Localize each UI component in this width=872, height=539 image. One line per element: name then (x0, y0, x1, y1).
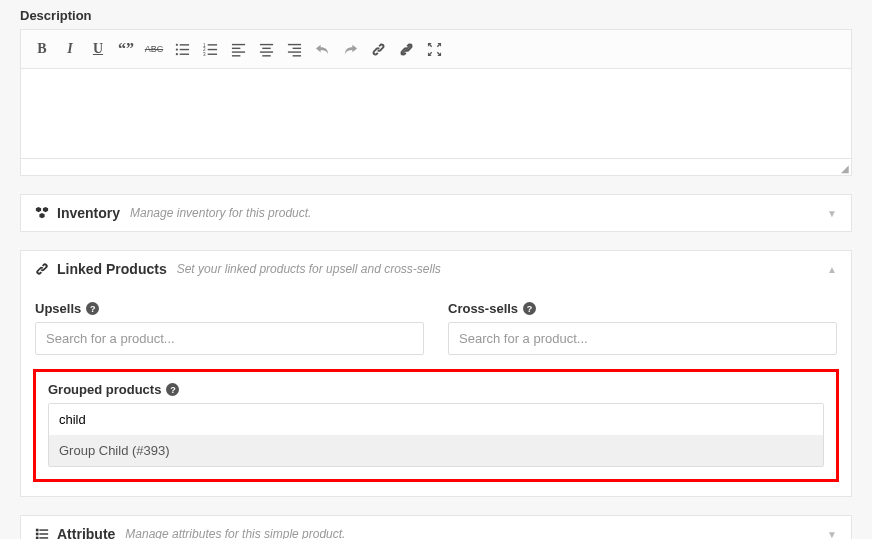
ordered-list-button[interactable]: 123 (197, 36, 223, 62)
bold-button[interactable]: B (29, 36, 55, 62)
editor-toolbar: B I U “” ABC 123 (21, 30, 851, 69)
svg-rect-15 (231, 55, 239, 56)
help-icon[interactable]: ? (86, 302, 99, 315)
grouped-products-input[interactable] (49, 404, 823, 435)
chevron-down-icon: ▼ (827, 529, 837, 540)
svg-rect-20 (287, 43, 300, 44)
fullscreen-button[interactable] (421, 36, 447, 62)
svg-rect-18 (259, 51, 272, 52)
svg-rect-27 (36, 533, 39, 536)
attribute-panel: Attribute Manage attributes for this sim… (20, 515, 852, 539)
svg-rect-5 (179, 53, 188, 54)
editor-footer: ◢ (21, 159, 851, 175)
svg-rect-26 (39, 529, 48, 530)
undo-button[interactable] (309, 36, 335, 62)
italic-button[interactable]: I (57, 36, 83, 62)
crosssells-label: Cross-sells ? (448, 301, 837, 316)
svg-rect-23 (292, 55, 300, 56)
redo-button[interactable] (337, 36, 363, 62)
grouped-products-combo: Group Child (#393) (48, 403, 824, 467)
linked-products-body: Upsells ? Cross-sells ? Grouped products (21, 287, 851, 496)
svg-rect-9 (207, 48, 216, 49)
svg-rect-30 (39, 537, 48, 538)
upsells-search-input[interactable] (35, 322, 424, 355)
unordered-list-button[interactable] (169, 36, 195, 62)
svg-rect-24 (400, 43, 412, 55)
svg-rect-12 (231, 43, 244, 44)
svg-rect-14 (231, 51, 244, 52)
grouped-products-highlight: Grouped products ? Group Child (#393) (33, 369, 839, 482)
inventory-header[interactable]: Inventory Manage inventory for this prod… (21, 195, 851, 231)
editor-textarea[interactable] (21, 69, 851, 159)
svg-text:3: 3 (203, 52, 206, 57)
linked-products-title: Linked Products (57, 261, 167, 277)
chevron-up-icon: ▲ (827, 264, 837, 275)
cubes-icon (35, 206, 49, 220)
help-icon[interactable]: ? (166, 383, 179, 396)
svg-rect-16 (259, 43, 272, 44)
strikethrough-button[interactable]: ABC (141, 36, 167, 62)
linked-products-header[interactable]: Linked Products Set your linked products… (21, 251, 851, 287)
align-left-button[interactable] (225, 36, 251, 62)
attribute-subtitle: Manage attributes for this simple produc… (125, 527, 345, 539)
svg-rect-21 (292, 47, 300, 48)
align-right-button[interactable] (281, 36, 307, 62)
svg-rect-3 (179, 48, 188, 49)
attribute-header[interactable]: Attribute Manage attributes for this sim… (21, 516, 851, 539)
svg-rect-7 (207, 44, 216, 45)
resize-handle-icon[interactable]: ◢ (841, 163, 849, 174)
svg-rect-19 (262, 55, 270, 56)
svg-point-4 (175, 53, 177, 55)
attribute-title: Attribute (57, 526, 115, 539)
svg-rect-13 (231, 47, 239, 48)
unlink-button[interactable] (393, 36, 419, 62)
upsells-label: Upsells ? (35, 301, 424, 316)
inventory-panel: Inventory Manage inventory for this prod… (20, 194, 852, 232)
description-label: Description (20, 8, 852, 23)
underline-button[interactable]: U (85, 36, 111, 62)
inventory-subtitle: Manage inventory for this product. (130, 206, 311, 220)
svg-point-2 (175, 48, 177, 50)
align-center-button[interactable] (253, 36, 279, 62)
rich-text-editor: B I U “” ABC 123 (20, 29, 852, 176)
grouped-products-option[interactable]: Group Child (#393) (49, 435, 823, 466)
quote-button[interactable]: “” (113, 36, 139, 62)
svg-rect-11 (207, 53, 216, 54)
svg-rect-1 (179, 44, 188, 45)
linked-products-subtitle: Set your linked products for upsell and … (177, 262, 441, 276)
inventory-title: Inventory (57, 205, 120, 221)
link-button[interactable] (365, 36, 391, 62)
svg-point-0 (175, 43, 177, 45)
svg-rect-25 (36, 529, 39, 532)
crosssells-search-input[interactable] (448, 322, 837, 355)
link-icon (35, 262, 49, 276)
list-icon (35, 527, 49, 539)
linked-products-panel: Linked Products Set your linked products… (20, 250, 852, 497)
chevron-down-icon: ▼ (827, 208, 837, 219)
help-icon[interactable]: ? (523, 302, 536, 315)
grouped-products-label: Grouped products ? (48, 382, 824, 397)
svg-rect-22 (287, 51, 300, 52)
svg-rect-17 (262, 47, 270, 48)
svg-rect-28 (39, 533, 48, 534)
